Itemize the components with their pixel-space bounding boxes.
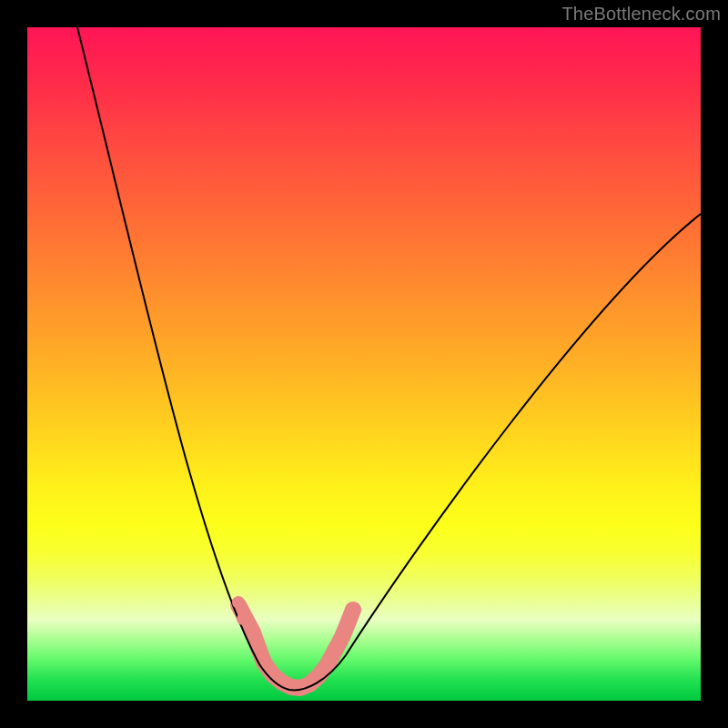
watermark-text: TheBottleneck.com bbox=[561, 4, 721, 25]
marker-dot bbox=[232, 596, 245, 609]
marker-dot bbox=[237, 612, 249, 625]
marker-band bbox=[238, 605, 353, 688]
plot-area bbox=[27, 27, 701, 701]
chart-svg bbox=[27, 27, 701, 701]
marker-dot bbox=[339, 618, 352, 631]
main-curve bbox=[77, 27, 701, 690]
chart-frame: TheBottleneck.com bbox=[0, 0, 728, 728]
marker-dot bbox=[345, 603, 358, 616]
